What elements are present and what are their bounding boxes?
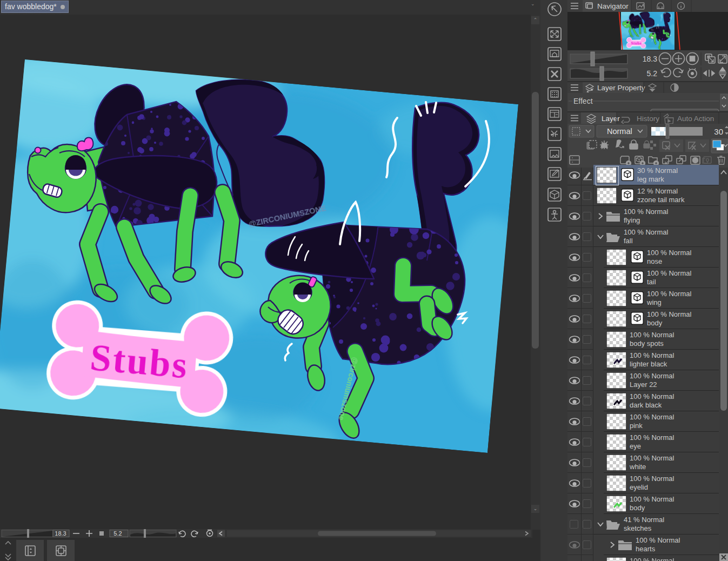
svg-text:Effect: Effect bbox=[573, 97, 593, 105]
svg-text:30: 30 bbox=[714, 127, 723, 136]
svg-text:Normal: Normal bbox=[607, 127, 632, 136]
svg-text:History: History bbox=[637, 115, 659, 123]
svg-text:5.2: 5.2 bbox=[647, 69, 658, 78]
svg-text:Stubs: Stubs bbox=[89, 336, 190, 386]
svg-text:Layer Property: Layer Property bbox=[597, 84, 645, 92]
svg-text:Auto Action: Auto Action bbox=[677, 115, 714, 123]
svg-text:Layer: Layer bbox=[602, 115, 620, 123]
svg-text:5.2: 5.2 bbox=[113, 530, 122, 537]
svg-text:18.3: 18.3 bbox=[55, 530, 66, 537]
svg-text:18.3: 18.3 bbox=[643, 55, 657, 63]
svg-text:Navigator: Navigator bbox=[597, 2, 629, 10]
